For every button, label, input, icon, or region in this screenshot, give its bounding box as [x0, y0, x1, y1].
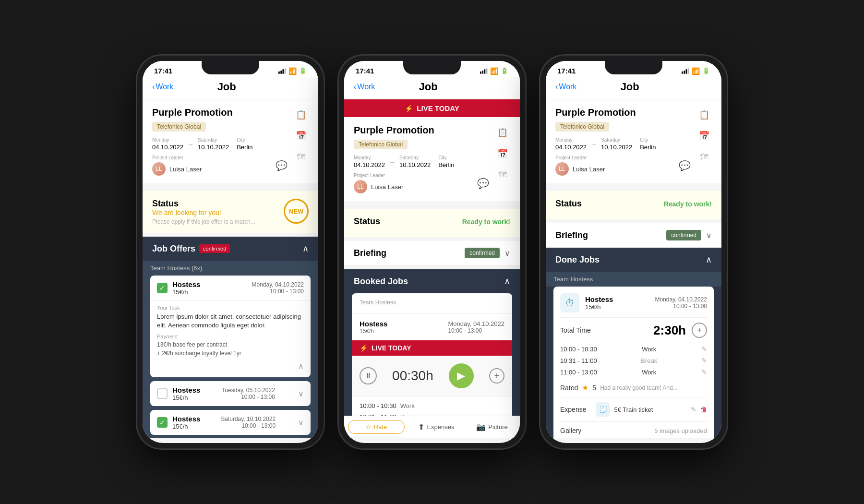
wifi-icon-3: 📶 [692, 67, 700, 75]
add-time-btn-3[interactable]: + [692, 323, 707, 338]
status-icons-2: 📶 🔋 [480, 67, 508, 75]
expense-label-3: Expense [560, 406, 586, 413]
signal-icon-2 [480, 68, 488, 74]
clipboard-icon-1[interactable]: 📋 [293, 107, 309, 122]
status-section-3: Status Ready to work! [546, 191, 721, 219]
date-from-value-2: 04.10.2022 [354, 161, 385, 168]
checkbox-1-0[interactable]: ✓ [157, 283, 168, 293]
job-offer-card-1-2[interactable]: ✓ Hostess 15€/h Saturday, 10.10.2022 [150, 410, 311, 435]
nav-back-1[interactable]: ‹ Work [152, 83, 173, 91]
time-row-2-0: 10:00 - 10:30 Work [360, 400, 504, 411]
task-text-1-0: Lorem ipsum dolor sit amet, consectetuer… [157, 312, 304, 330]
add-btn-2[interactable]: + [489, 368, 504, 384]
slot-chevron-up-1-0[interactable]: ∧ [298, 361, 304, 371]
back-chevron-2: ‹ [354, 83, 356, 91]
calendar-icon-1[interactable]: 📅 [293, 128, 309, 144]
job-offer-detail-1-0: Your Task Lorem ipsum dolor sit amet, co… [150, 300, 311, 377]
briefing-section-3: Briefing confirmed ∨ [546, 223, 721, 248]
picture-btn-2[interactable]: 📷 Picture [464, 419, 520, 435]
expense-delete-icon-3[interactable]: 🗑 [700, 406, 707, 413]
pl-name-2: Luisa Laser [371, 183, 403, 191]
offer-time-1-0: 10:00 - 13:00 [252, 288, 304, 295]
edit-icon-3-2[interactable]: ✎ [701, 368, 707, 376]
briefing-header-2[interactable]: Briefing confirmed ∨ [344, 241, 520, 265]
avatar-3: LL [555, 162, 569, 176]
nav-back-label-1[interactable]: Work [156, 83, 173, 91]
offer-date-col-1-2: Saturday, 10.10.2022 10:00 - 13:00 [221, 416, 276, 429]
time-detail-range-3-2: 11:00 - 13:00 [560, 369, 597, 376]
expenses-btn-2[interactable]: ⬆ Expenses [408, 419, 464, 435]
pause-btn-2[interactable]: ⏸ [360, 367, 377, 384]
star-icon-rate-2: ☆ [366, 423, 372, 431]
checkbox-1-2[interactable]: ✓ [157, 417, 168, 428]
gap-3a [546, 187, 721, 191]
calendar-icon-2[interactable]: 📅 [495, 146, 510, 161]
slot-rate-2: 15€/h [360, 328, 387, 335]
clipboard-icon-2[interactable]: 📋 [495, 125, 510, 140]
offer-title-1-0: Hostess [172, 280, 200, 288]
signal-icon-3 [682, 68, 689, 74]
status-sub-1: Please apply if this job offer is a matc… [152, 218, 255, 225]
job-offer-left-1-0: ✓ Hostess 15€/h [157, 280, 200, 296]
svg-rect-4 [480, 71, 481, 73]
status-icons-3: 📶 🔋 [682, 67, 710, 75]
new-badge-1: NEW [284, 199, 309, 224]
screen-content-1[interactable]: ‹ Work Job Purple Promotion Telefonico G… [143, 77, 318, 438]
scroll-area-2[interactable]: Purple Promotion Telefonico Global Monda… [344, 117, 520, 416]
signal-icon-1 [278, 68, 286, 74]
job-icons-2: 📋 📅 🗺 [495, 125, 510, 182]
picture-label-2: Picture [488, 423, 507, 431]
offer-rate-1-0: 15€/h [172, 288, 200, 296]
gallery-row-3: Gallery 5 images uploaded [560, 421, 707, 438]
edit-icon-3-1[interactable]: ✎ [701, 357, 707, 364]
done-job-card-3: ⏱ Hostess 15€/h Monday, 04.10.2022 10:00… [553, 287, 714, 438]
play-btn-2[interactable]: ▶ [449, 363, 474, 388]
rated-label-3: Rated [560, 384, 578, 392]
done-job-info-3: Hostess 15€/h [585, 295, 649, 311]
nav-back-label-3[interactable]: Work [559, 83, 576, 91]
nav-back-2[interactable]: ‹ Work [354, 83, 375, 91]
done-jobs-header-3[interactable]: Done Jobs ∧ [546, 248, 721, 272]
nav-back-label-2[interactable]: Work [357, 83, 375, 91]
time-detail-3-2: 11:00 - 13:00 Work ✎ [560, 366, 707, 378]
job-offer-card-1-0[interactable]: ✓ Hostess 15€/h Monday, 04.10.2022 1 [150, 276, 311, 377]
time-range-2-0: 10:00 - 10:30 [360, 402, 396, 409]
expense-edit-icon-3[interactable]: ✎ [691, 406, 696, 413]
chat-icon-2[interactable]: 💬 [477, 178, 489, 189]
status-title-3: Status [555, 199, 582, 209]
chat-icon-3[interactable]: 💬 [679, 160, 691, 171]
booked-header-2[interactable]: Booked Jobs ∧ [344, 269, 520, 293]
chat-icon-1[interactable]: 💬 [276, 160, 288, 171]
slot-chevron-1-2[interactable]: ∨ [298, 418, 304, 427]
done-jobs-chevron-3: ∧ [706, 254, 712, 265]
job-offers-header-1[interactable]: Job Offers confirmed ∧ [143, 237, 318, 261]
briefing-title-2: Briefing [354, 248, 386, 258]
edit-icon-3-0[interactable]: ✎ [701, 345, 707, 353]
job-title-1: Purple Promotion [152, 107, 288, 118]
time-detail-3-0: 10:00 - 10:30 Work ✎ [560, 343, 707, 355]
rate-btn-2[interactable]: ☆ Rate [348, 420, 405, 434]
map-icon-3[interactable]: 🗺 [696, 149, 712, 165]
slot-chevron-1-1[interactable]: ∨ [298, 389, 304, 398]
map-icon-1[interactable]: 🗺 [293, 149, 309, 165]
status-title-1: Status [152, 199, 255, 209]
offer-rate-1-2: 15€/h [172, 423, 200, 430]
briefing-badge-3: confirmed [666, 230, 701, 240]
map-icon-2[interactable]: 🗺 [495, 167, 510, 182]
checkbox-1-1[interactable] [157, 388, 168, 399]
date-to-label-3: Saturday [601, 137, 632, 143]
briefing-header-3[interactable]: Briefing confirmed ∨ [546, 223, 721, 248]
time-detail-type-3-0: Work [642, 346, 656, 353]
phone-screen-3: 17:41 📶 🔋 ‹ Work Job [546, 61, 721, 443]
total-time-value-3: 2:30h [653, 323, 686, 338]
project-leader-3: Project Leader LL Luisa Laser 💬 [555, 155, 691, 176]
job-offer-card-1-1[interactable]: Hostess 15€/h Tuesday, 05.10.2022 10:00 … [150, 381, 311, 406]
back-chevron-3: ‹ [555, 83, 558, 91]
nav-back-3[interactable]: ‹ Work [555, 83, 576, 91]
total-time-label-3: Total Time [560, 326, 591, 334]
screen-content-2[interactable]: ‹ Work Job ⚡ LIVE TODAY [344, 77, 520, 438]
clipboard-icon-3[interactable]: 📋 [696, 107, 712, 122]
rating-num-3: 5 [592, 384, 596, 392]
calendar-icon-3[interactable]: 📅 [696, 128, 712, 144]
screen-content-3[interactable]: ‹ Work Job Purple Promotion Telefonico G… [546, 77, 721, 438]
